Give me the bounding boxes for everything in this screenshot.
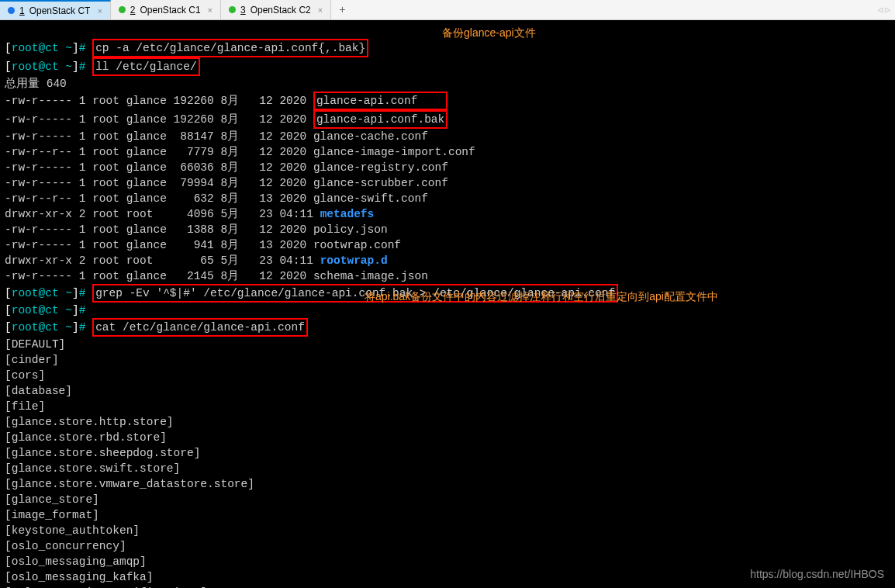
cat-line: [oslo_messaging_amqp] [5, 555, 147, 568]
cat-line: [cinder] [5, 354, 59, 366]
nav-left-icon[interactable]: ◁ [878, 5, 883, 15]
close-icon[interactable]: × [208, 5, 213, 15]
tab-num: 2 [130, 5, 136, 16]
cat-line: [image_format] [5, 509, 99, 521]
tab-label: OpenStack C1 [140, 5, 201, 16]
dir-metadefs: metadefs [320, 208, 375, 220]
highlight-cmd-ll: ll /etc/glance/ [92, 57, 200, 76]
ls-row: drwxr-xr-x 2 root root 4096 5月 23 04:11 … [5, 208, 374, 220]
ls-row: -rw-r----- 1 root glance 79994 8月 12 202… [5, 177, 448, 189]
status-dot-icon [119, 6, 126, 13]
prompt-user: root@ct [12, 42, 59, 54]
terminal[interactable]: [root@ct ~]# cp -a /etc/glance/glance-ap… [0, 20, 895, 588]
ls-row: -rw-r--r-- 1 root glance 632 8月 13 2020 … [5, 192, 428, 205]
prompt-bracket: [ [5, 42, 12, 54]
nav-right-icon[interactable]: ▷ [885, 5, 890, 15]
tab-openstack-ct[interactable]: 1 OpenStack CT × [0, 0, 111, 19]
cat-line: [DEFAULT] [5, 338, 65, 351]
watermark: https://blog.csdn.net/IHBOS [750, 566, 884, 582]
cat-line: [glance.store.rbd.store] [5, 431, 167, 444]
total-line: 总用量 640 [5, 78, 67, 90]
cat-line: [cors] [5, 369, 45, 382]
cat-line: [oslo_messaging_kafka] [5, 571, 153, 583]
highlight-cmd-cat: cat /etc/glance/glance-api.conf [92, 318, 308, 337]
ls-row: -rw-r----- 1 root glance 88147 8月 12 202… [5, 130, 428, 143]
tab-openstack-c2[interactable]: 3 OpenStack C2 × [221, 0, 331, 19]
highlight-cmd-cp: cp -a /etc/glance/glance-api.conf{,.bak} [92, 39, 368, 57]
cmd-cat: cat /etc/glance/glance-api.conf [95, 321, 305, 334]
highlight-file1: glance-api.conf [313, 92, 448, 110]
tab-label: OpenStack C2 [251, 5, 311, 16]
tab-num: 3 [240, 5, 246, 16]
ls-row: -rw-r----- 1 root glance 1388 8月 12 2020… [5, 223, 388, 236]
ls-row: -rw-r----- 1 root glance 2145 8月 12 2020… [5, 270, 428, 282]
annotation-backup: 备份glance-api文件 [442, 25, 536, 40]
ls-row: -rw-r--r-- 1 root glance 7779 8月 12 2020… [5, 146, 475, 158]
cat-line: [glance.store.http.store] [5, 416, 174, 428]
dir-rootwrapd: rootwrap.d [320, 254, 388, 267]
tab-bar: 1 OpenStack CT × 2 OpenStack C1 × 3 Open… [0, 0, 895, 20]
ls-row: drwxr-xr-x 2 root root 65 5月 23 04:11 ro… [5, 254, 388, 267]
cat-line: [file] [5, 400, 45, 413]
tab-nav-arrows: ◁ ▷ [878, 5, 890, 15]
tab-label: OpenStack CT [29, 5, 91, 16]
status-dot-icon [8, 7, 15, 14]
cat-line: [database] [5, 385, 72, 397]
close-icon[interactable]: × [97, 6, 102, 16]
status-dot-icon [229, 6, 236, 13]
highlight-file2: glance-api.conf.bak [313, 110, 448, 129]
cat-line: [glance_store] [5, 493, 99, 506]
cat-line: [glance.store.sheepdog.store] [5, 447, 200, 459]
add-tab-button[interactable]: + [331, 1, 353, 19]
close-icon[interactable]: × [318, 5, 323, 15]
cat-line: [keystone_authtoken] [5, 524, 140, 537]
cat-line: [oslo_concurrency] [5, 540, 126, 552]
ls-row: -rw-r----- 1 root glance 192260 8月 12 20… [5, 113, 448, 126]
annotation-filter: 将api.bak备份文件中的内容过滤掉注释行和空行后重定向到api配置文件中 [365, 289, 718, 304]
cat-line: [glance.store.vmware_datastore.store] [5, 478, 254, 490]
ls-row: -rw-r----- 1 root glance 941 8月 13 2020 … [5, 239, 401, 251]
ls-row: -rw-r----- 1 root glance 192260 8月 12 20… [5, 95, 448, 107]
tab-openstack-c1[interactable]: 2 OpenStack C1 × [111, 0, 221, 19]
cmd-ll: ll /etc/glance/ [95, 61, 197, 73]
cat-line: [glance.store.swift.store] [5, 462, 180, 475]
ls-row: -rw-r----- 1 root glance 66036 8月 12 202… [5, 161, 448, 174]
tab-num: 1 [19, 5, 25, 16]
prompt-dir: ~ [65, 42, 72, 54]
cmd-cp: cp -a /etc/glance/glance-api.conf{,.bak} [95, 42, 365, 54]
